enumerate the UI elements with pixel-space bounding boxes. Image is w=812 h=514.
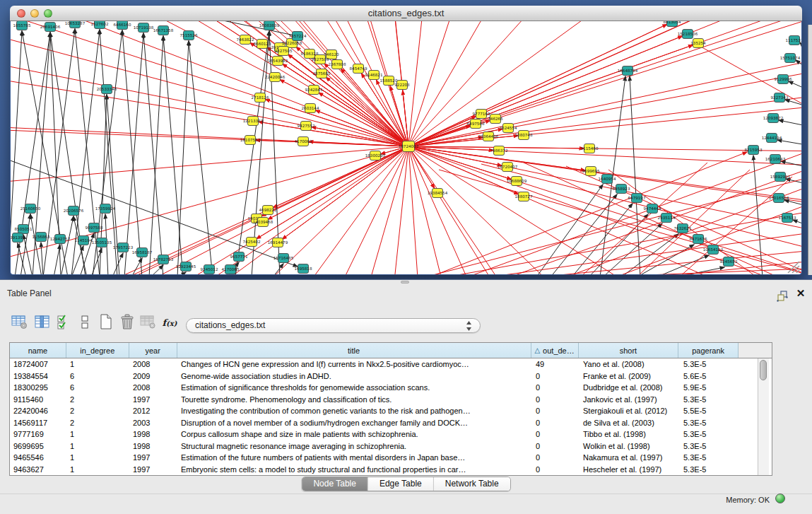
table-cell[interactable]: 9699695	[10, 440, 66, 452]
tab-edge-table[interactable]: Edge Table	[368, 477, 434, 491]
table-row[interactable]: 946362711997Embryonic stem cells: a mode…	[10, 464, 772, 476]
table-cell[interactable]: 6	[66, 370, 129, 382]
graph-edge[interactable]	[608, 170, 757, 274]
network-canvas[interactable]: 1872400718300295193845549777169649756874…	[11, 21, 801, 274]
graph-edge[interactable]	[143, 33, 163, 274]
table-row[interactable]: 2242004622012Investigating the contribut…	[10, 405, 772, 417]
graph-edge[interactable]	[93, 30, 122, 274]
table-cell[interactable]: 2003	[129, 417, 177, 429]
delete-table-icon[interactable]	[139, 313, 158, 332]
graph-edge[interactable]	[11, 122, 408, 146]
table-cell[interactable]: 5.9E-5	[680, 382, 740, 394]
graph-edge[interactable]	[800, 42, 801, 49]
table-cell[interactable]: 2	[66, 417, 129, 429]
table-cell[interactable]: 5.3E-5	[680, 394, 740, 406]
graph-edge[interactable]	[23, 235, 33, 274]
row-selector-icon[interactable]	[75, 313, 95, 332]
column-header-pagerank[interactable]: pagerank	[678, 343, 739, 358]
graph-edge[interactable]	[282, 146, 408, 239]
table-cell[interactable]: Yano et al. (2008)	[579, 358, 680, 370]
table-cell[interactable]: 0	[532, 464, 579, 476]
graph-edge[interactable]	[54, 245, 60, 274]
new-document-icon[interactable]	[96, 313, 116, 332]
table-cell[interactable]: 9465546	[10, 452, 66, 464]
graph-edge[interactable]	[149, 36, 163, 274]
graph-edge[interactable]	[11, 21, 408, 146]
close-panel-icon[interactable]: ✕	[794, 287, 807, 300]
table-row[interactable]: 1456911722003Disruption of a novel membe…	[10, 417, 772, 429]
table-cell[interactable]: 0	[532, 394, 579, 406]
table-cell[interactable]: Disruption of a novel member of a sodium…	[177, 417, 532, 429]
table-cell[interactable]: 5.3E-5	[680, 358, 740, 370]
column-header-name[interactable]: name	[10, 343, 66, 358]
table-cell[interactable]: 5.6E-5	[680, 370, 740, 382]
graph-edge[interactable]	[408, 51, 801, 146]
table-cell[interactable]: Genome-wide association studies in ADHD.	[177, 370, 532, 382]
graph-edge[interactable]	[312, 146, 408, 274]
graph-edge[interactable]	[481, 164, 801, 247]
graph-edge[interactable]	[326, 77, 408, 146]
table-cell[interactable]: 1	[66, 464, 129, 476]
table-cell[interactable]: 1	[66, 358, 129, 370]
graph-edge[interactable]	[30, 214, 42, 274]
graph-edge[interactable]	[11, 21, 408, 146]
graph-edge[interactable]	[131, 258, 142, 274]
graph-edge[interactable]	[408, 45, 693, 146]
table-cell[interactable]: 2	[66, 394, 129, 406]
graph-edge[interactable]	[61, 216, 73, 274]
graph-edge[interactable]	[408, 146, 502, 165]
graph-edge[interactable]	[11, 21, 408, 146]
table-cell[interactable]: 1997	[129, 464, 177, 476]
table-cell[interactable]: 1997	[129, 452, 177, 464]
table-row[interactable]: 977716911998Corpus callosum shape and si…	[10, 428, 772, 440]
table-row[interactable]: 911546021997Tourette syndrome. Phenomeno…	[10, 394, 772, 406]
network-view[interactable]: 1872400718300295193845549777169649756874…	[11, 21, 801, 274]
table-cell[interactable]: 0	[532, 370, 579, 382]
table-cell[interactable]: Estimation of significance thresholds fo…	[177, 382, 532, 394]
table-cell[interactable]: 1	[66, 428, 129, 440]
table-cell[interactable]: 6	[66, 382, 129, 394]
column-header-short[interactable]: short	[579, 343, 679, 358]
graph-edge[interactable]	[177, 272, 186, 274]
graph-edge[interactable]	[11, 21, 408, 146]
table-cell[interactable]: 0	[532, 382, 579, 394]
table-cell[interactable]: Changes of HCN gene expression and I(f) …	[177, 358, 532, 370]
graph-edge[interactable]	[11, 21, 408, 146]
scrollbar-thumb[interactable]	[760, 360, 767, 380]
table-cell[interactable]: 9777169	[10, 428, 66, 440]
graph-edge[interactable]	[793, 220, 801, 225]
tab-node-table[interactable]: Node Table	[302, 477, 368, 491]
table-cell[interactable]: 18300295	[10, 382, 66, 394]
graph-edge[interactable]	[408, 146, 801, 153]
graph-edge[interactable]	[11, 21, 408, 146]
table-cell[interactable]: 0	[532, 417, 579, 429]
trash-icon[interactable]	[117, 313, 137, 332]
table-cell[interactable]: de Silva et al. (2003)	[579, 417, 680, 429]
table-cell[interactable]: 1	[66, 440, 129, 452]
table-row[interactable]: 969969511998Structural magnetic resonanc…	[10, 440, 772, 452]
table-cell[interactable]: 0	[532, 440, 579, 452]
table-cell[interactable]: 14569117	[10, 417, 66, 429]
graph-edge[interactable]	[408, 24, 667, 146]
graph-edge[interactable]	[408, 146, 473, 274]
column-header-title[interactable]: title	[177, 343, 531, 358]
table-cell[interactable]: 5.3E-5	[680, 464, 740, 476]
graph-edge[interactable]	[11, 21, 408, 146]
table-cell[interactable]: Investigating the contribution of common…	[177, 405, 532, 417]
graph-edge[interactable]	[11, 21, 408, 146]
table-cell[interactable]: 1	[66, 452, 129, 464]
table-cell[interactable]: Embryonic stem cells: a model to study s…	[177, 464, 532, 476]
graph-edge[interactable]	[189, 41, 213, 274]
function-builder-icon[interactable]: f(x)	[160, 313, 180, 332]
graph-edge[interactable]	[408, 146, 661, 274]
graph-edge[interactable]	[288, 54, 408, 146]
table-cell[interactable]: 19384554	[10, 370, 66, 382]
graph-edge[interactable]	[11, 21, 408, 146]
column-header-out_de[interactable]: △out_de…	[531, 343, 579, 358]
graph-edge[interactable]	[268, 146, 408, 219]
table-cell[interactable]: 5.3E-5	[680, 417, 740, 429]
table-cell[interactable]: 5.3E-5	[680, 428, 740, 440]
table-cell[interactable]: 0	[532, 452, 579, 464]
table-row[interactable]: 1872400712008Changes of HCN gene express…	[10, 358, 772, 370]
select-all-checks-icon[interactable]	[54, 313, 73, 332]
